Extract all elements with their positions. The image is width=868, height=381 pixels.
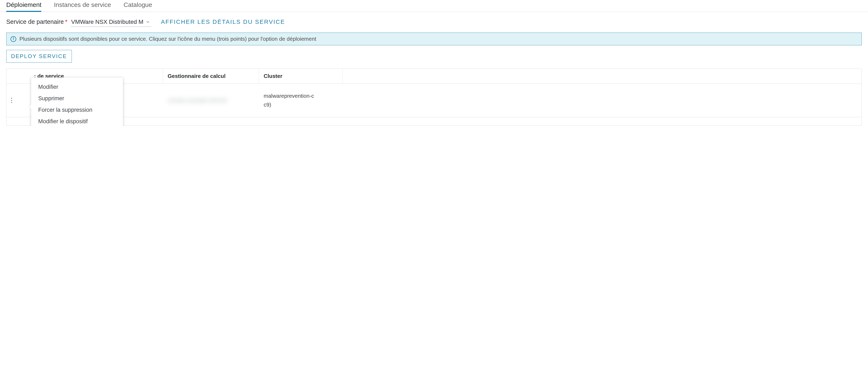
menu-item-change-appliance[interactable]: Modifier le dispositif [31, 116, 123, 126]
cell-cluster: malwareprevention-c c9) [259, 88, 343, 113]
column-header-actions [6, 69, 29, 84]
column-header-cluster[interactable]: Cluster [259, 69, 343, 84]
kebab-menu-button[interactable] [10, 96, 13, 104]
view-service-details-link[interactable]: AFFICHER LES DÉTAILS DU SERVICE [161, 19, 285, 25]
deploy-service-button[interactable]: DEPLOY SERVICE [6, 50, 72, 63]
content-area: Service de partenaire* VMWare NSX Distri… [0, 12, 868, 126]
tab-catalogue[interactable]: Catalogue [124, 0, 152, 12]
info-icon [10, 36, 17, 42]
partner-service-dropdown[interactable]: VMWare NSX Distributed M [71, 18, 151, 27]
info-banner: Plusieurs dispositifs sont disponibles p… [6, 33, 862, 45]
empty-row [6, 117, 862, 125]
cell-compute-manager: vcenter.example.internal [163, 93, 259, 108]
chevron-down-icon [146, 20, 150, 24]
partner-service-value: VMWare NSX Distributed M [71, 19, 144, 25]
deployments-table: : de service Gestionnaire de calcul Clus… [6, 68, 862, 126]
menu-item-edit[interactable]: Modifier [31, 81, 123, 93]
info-banner-text: Plusieurs dispositifs sont disponibles p… [20, 36, 316, 42]
table-row: vcenter.example.internal malwarepreventi… [6, 84, 862, 117]
menu-item-delete[interactable]: Supprimer [31, 93, 123, 104]
tab-deployment[interactable]: Déploiement [6, 0, 41, 12]
column-header-compute-manager[interactable]: Gestionnaire de calcul [163, 69, 259, 84]
svg-point-2 [13, 38, 14, 38]
compute-manager-value: vcenter.example.internal [167, 97, 226, 104]
row-context-menu: Modifier Supprimer Forcer la suppression… [31, 78, 123, 126]
partner-service-label: Service de partenaire* [6, 19, 67, 25]
required-asterisk: * [65, 19, 67, 25]
menu-item-force-delete[interactable]: Forcer la suppression [31, 104, 123, 116]
tab-service-instances[interactable]: Instances de service [54, 0, 111, 12]
row-actions-cell [6, 91, 29, 109]
partner-service-row: Service de partenaire* VMWare NSX Distri… [6, 18, 862, 27]
tabs-bar: Déploiement Instances de service Catalog… [0, 0, 868, 12]
table-header-row: : de service Gestionnaire de calcul Clus… [6, 69, 862, 84]
